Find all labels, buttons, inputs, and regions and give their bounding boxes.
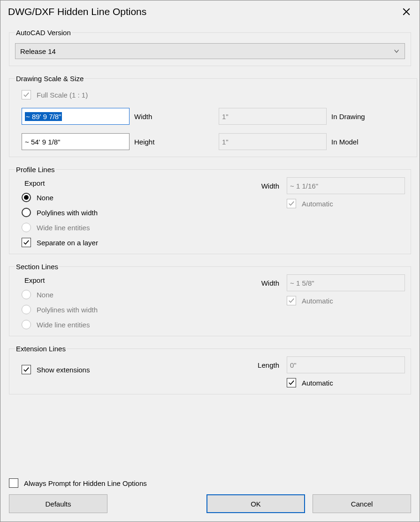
scale-grid: ~ 89' 9 7/8" Width 1" In Drawing ~ 54' 9… [15, 108, 411, 150]
show-extensions-checkbox[interactable] [22, 365, 31, 374]
always-prompt-checkbox[interactable] [9, 478, 18, 488]
in-drawing-label: In Drawing [331, 113, 411, 121]
section-poly-label: Polylines with width [37, 306, 98, 314]
profile-wide-radio [22, 223, 31, 232]
section-width-col: Width ~ 1 5/8" Automatic [250, 274, 405, 329]
extension-lines-group: Extension Lines Show extensions Length 0… [9, 345, 411, 394]
check-icon [288, 200, 295, 207]
extension-length-input: 0" [287, 356, 405, 373]
profile-none-label: None [37, 194, 53, 202]
profile-width-input: ~ 1 1/16" [287, 177, 405, 194]
close-icon [402, 8, 411, 16]
profile-poly-radio[interactable] [22, 208, 31, 217]
section-wide-label: Wide line entities [37, 321, 90, 329]
section-auto-checkbox [287, 296, 296, 305]
profile-lines-legend: Profile Lines [15, 166, 56, 174]
chevron-down-icon [393, 48, 400, 54]
section-lines-legend: Section Lines [15, 263, 59, 271]
section-export-col: Export None Polylines with width Wide li… [15, 274, 241, 329]
section-poly-radio [22, 305, 31, 314]
in-model-value: 1" [222, 138, 229, 146]
section-lines-group: Section Lines Export None Polylines with… [9, 263, 411, 336]
profile-width-col: Width ~ 1 1/16" Automatic [250, 177, 405, 247]
cancel-button[interactable]: Cancel [313, 494, 411, 513]
autocad-version-select[interactable]: Release 14 [15, 43, 405, 59]
extension-auto-label: Automatic [302, 379, 333, 387]
dialog: DWG/DXF Hidden Line Options AutoCAD Vers… [0, 0, 420, 522]
profile-export-col: Export None Polylines with width Wide li… [15, 177, 241, 247]
extension-length-label: Length [250, 361, 283, 369]
profile-separate-label: Separate on a layer [37, 239, 98, 247]
autocad-version-group: AutoCAD Version Release 14 [9, 29, 411, 66]
height-value: ~ 54' 9 1/8" [25, 138, 60, 146]
extension-lines-legend: Extension Lines [15, 345, 67, 353]
cancel-label: Cancel [351, 500, 373, 508]
section-export-label: Export [24, 276, 241, 284]
profile-wide-label: Wide line entities [37, 224, 90, 232]
close-button[interactable] [401, 6, 412, 17]
width-label: Width [134, 113, 214, 121]
always-prompt-label: Always Prompt for Hidden Line Options [24, 479, 147, 487]
defaults-button[interactable]: Defaults [9, 494, 107, 513]
check-icon [23, 91, 30, 98]
profile-export-label: Export [24, 179, 241, 187]
profile-auto-label: Automatic [302, 200, 333, 208]
profile-separate-checkbox[interactable] [22, 238, 31, 247]
profile-lines-group: Profile Lines Export None Polylines with… [9, 166, 411, 254]
check-icon [23, 366, 30, 373]
profile-width-label: Width [250, 182, 283, 190]
footer: Always Prompt for Hidden Line Options De… [0, 471, 420, 522]
extension-left-col: Show extensions [15, 356, 241, 387]
section-auto-label: Automatic [302, 297, 333, 305]
autocad-version-value: Release 14 [20, 47, 56, 55]
content: AutoCAD Version Release 14 Drawing Scale… [0, 21, 420, 471]
dialog-title: DWG/DXF Hidden Line Options [8, 6, 146, 17]
section-width-label: Width [250, 279, 283, 287]
defaults-label: Defaults [45, 500, 71, 508]
autocad-version-legend: AutoCAD Version [15, 29, 72, 37]
in-drawing-input: 1" [219, 108, 327, 125]
section-none-radio [22, 290, 31, 299]
in-drawing-value: 1" [222, 113, 229, 121]
check-icon [288, 379, 295, 386]
section-none-label: None [37, 291, 53, 299]
height-input[interactable]: ~ 54' 9 1/8" [22, 133, 130, 150]
extension-right-col: Length 0" Automatic [250, 356, 405, 387]
section-width-value: ~ 1 5/8" [290, 279, 314, 287]
section-width-input: ~ 1 5/8" [287, 274, 405, 291]
always-prompt-row: Always Prompt for Hidden Line Options [9, 478, 411, 488]
check-icon [288, 297, 295, 304]
extension-auto-checkbox[interactable] [287, 378, 296, 387]
full-scale-row: Full Scale (1 : 1) [15, 90, 411, 99]
drawing-scale-legend: Drawing Scale & Size [15, 75, 84, 83]
in-model-label: In Model [331, 138, 411, 146]
height-label: Height [134, 138, 214, 146]
width-value: ~ 89' 9 7/8" [25, 112, 62, 121]
section-wide-radio [22, 320, 31, 329]
profile-width-value: ~ 1 1/16" [290, 182, 318, 190]
titlebar: DWG/DXF Hidden Line Options [0, 0, 420, 21]
profile-poly-label: Polylines with width [37, 209, 98, 217]
ok-label: OK [251, 500, 261, 508]
check-icon [23, 239, 30, 246]
full-scale-label: Full Scale (1 : 1) [37, 91, 88, 99]
full-scale-checkbox [22, 90, 31, 99]
drawing-scale-group: Drawing Scale & Size Full Scale (1 : 1) … [9, 75, 417, 157]
button-row: Defaults OK Cancel [9, 494, 411, 513]
extension-length-value: 0" [290, 361, 297, 369]
profile-none-radio[interactable] [22, 193, 31, 202]
in-model-input: 1" [219, 133, 327, 150]
profile-auto-checkbox [287, 199, 296, 208]
width-input[interactable]: ~ 89' 9 7/8" [22, 108, 130, 125]
show-extensions-label: Show extensions [37, 366, 90, 374]
ok-button[interactable]: OK [206, 494, 305, 513]
